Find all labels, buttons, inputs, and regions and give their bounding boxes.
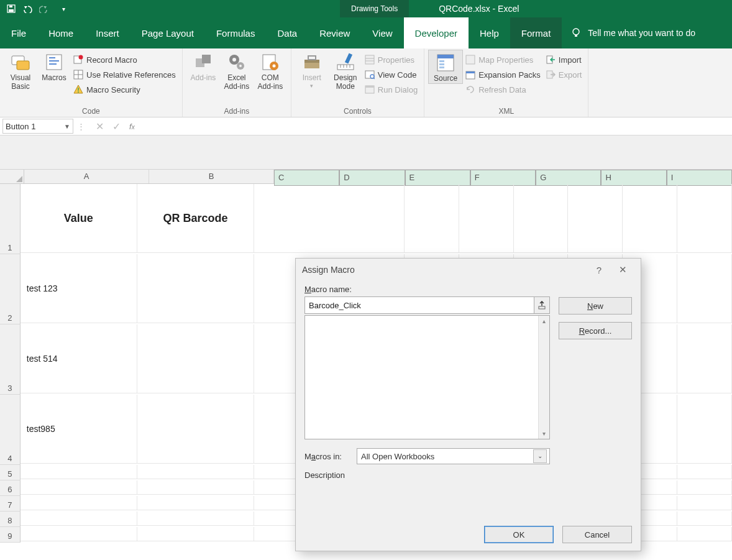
macro-listbox[interactable]: ▴ ▾	[304, 315, 550, 439]
save-button[interactable]	[3, 2, 19, 16]
help-button[interactable]: ?	[587, 265, 611, 275]
cell[interactable]	[137, 527, 254, 541]
close-button[interactable]: ✕	[611, 264, 634, 275]
macros-in-select[interactable]: All Open Workbooks ⌄	[357, 448, 550, 464]
row-header-8[interactable]: 8	[0, 512, 21, 527]
cell[interactable]	[137, 480, 254, 495]
cell[interactable]	[21, 527, 137, 541]
cell[interactable]: test985	[21, 395, 137, 464]
cancel-formula-button[interactable]: ✕	[96, 121, 104, 132]
cell[interactable]	[677, 465, 732, 479]
cancel-button[interactable]: Cancel	[562, 526, 632, 543]
design-mode-button[interactable]: Design Mode	[329, 50, 362, 91]
cell[interactable]: test 514	[21, 324, 137, 393]
cell[interactable]	[254, 184, 405, 253]
excel-addins-button[interactable]: Excel Add-ins	[220, 50, 254, 91]
import-button[interactable]: Import	[543, 52, 585, 67]
record-button[interactable]: Record...	[559, 322, 632, 339]
expansion-packs-button[interactable]: Expansion Packs	[463, 67, 543, 82]
svg-point-23	[239, 65, 242, 67]
svg-rect-4	[575, 35, 577, 37]
record-macro-button[interactable]: Record Macro	[71, 52, 178, 67]
cell[interactable]	[677, 324, 732, 393]
tab-view[interactable]: View	[361, 17, 403, 48]
ok-button[interactable]: OK	[484, 526, 554, 543]
macros-in-label: Macros in:	[304, 452, 350, 461]
new-button[interactable]: New	[559, 297, 632, 314]
cell[interactable]	[21, 465, 137, 479]
cell[interactable]	[677, 254, 732, 323]
blank-area	[0, 135, 732, 170]
cell[interactable]	[137, 496, 254, 510]
enter-formula-button[interactable]: ✓	[112, 121, 121, 132]
cell[interactable]	[137, 465, 254, 479]
row-header-7[interactable]: 7	[0, 496, 21, 512]
select-all-corner[interactable]	[0, 170, 24, 183]
column-header-A[interactable]: A	[24, 170, 149, 183]
cell[interactable]	[459, 184, 514, 253]
redo-button[interactable]	[38, 2, 54, 16]
macros-button[interactable]: Macros	[37, 50, 71, 83]
cell[interactable]: test 123	[21, 254, 137, 323]
cell[interactable]	[677, 496, 732, 510]
row-header-5[interactable]: 5	[0, 465, 21, 480]
cell[interactable]	[405, 184, 459, 253]
tab-page-layout[interactable]: Page Layout	[130, 17, 205, 48]
scroll-down-button[interactable]: ▾	[539, 428, 549, 439]
cell[interactable]	[677, 395, 732, 464]
fx-icon[interactable]: fx	[129, 122, 135, 131]
tab-insert[interactable]: Insert	[85, 17, 130, 48]
name-box[interactable]: Button 1 ▼	[2, 119, 73, 134]
cell[interactable]	[568, 184, 623, 253]
insert-control-button: Insert▾	[295, 50, 329, 89]
cell[interactable]	[514, 184, 569, 253]
cell[interactable]	[677, 480, 732, 495]
macro-name-input[interactable]	[304, 296, 534, 314]
formula-input[interactable]	[135, 119, 732, 133]
cell[interactable]	[137, 324, 254, 393]
cell[interactable]: Value	[21, 184, 137, 253]
view-code-button[interactable]: View Code	[362, 67, 420, 82]
row-header-2[interactable]: 2	[0, 254, 21, 324]
tab-data[interactable]: Data	[266, 17, 308, 48]
tab-formulas[interactable]: Formulas	[205, 17, 267, 48]
cell[interactable]	[21, 480, 137, 495]
tell-me-search[interactable]: Tell me what you want to do	[562, 17, 704, 48]
cell[interactable]	[677, 527, 732, 541]
tab-file[interactable]: File	[0, 17, 37, 48]
macro-security-button[interactable]: Macro Security	[71, 82, 178, 97]
tab-developer[interactable]: Developer	[404, 17, 469, 48]
cell[interactable]	[137, 512, 254, 526]
cell[interactable]	[137, 254, 254, 323]
range-picker-button[interactable]	[534, 296, 550, 314]
dialog-titlebar[interactable]: Assign Macro ? ✕	[296, 259, 641, 281]
row-header-1[interactable]: 1	[0, 184, 21, 254]
source-button[interactable]: Source	[428, 50, 463, 84]
row-header-3[interactable]: 3	[0, 324, 21, 395]
row-header-6[interactable]: 6	[0, 480, 21, 496]
cell[interactable]: QR Barcode	[137, 184, 254, 253]
column-header-B[interactable]: B	[149, 170, 274, 183]
qat-customize-button[interactable]: ▾	[55, 2, 71, 16]
com-addins-button[interactable]: COM Add-ins	[254, 50, 287, 91]
tab-help[interactable]: Help	[469, 17, 510, 48]
tab-home[interactable]: Home	[37, 17, 85, 48]
cell[interactable]	[137, 395, 254, 464]
use-relative-references-button[interactable]: Use Relative References	[71, 67, 178, 82]
cell[interactable]	[21, 512, 137, 526]
tab-format[interactable]: Format	[510, 17, 562, 48]
tab-review[interactable]: Review	[308, 17, 361, 48]
contextual-tab-label: Drawing Tools	[340, 0, 409, 17]
undo-button[interactable]	[21, 2, 37, 16]
row-header-9[interactable]: 9	[0, 527, 21, 543]
svg-point-21	[232, 58, 236, 62]
cell[interactable]	[677, 512, 732, 526]
row-header-4[interactable]: 4	[0, 395, 21, 465]
scrollbar[interactable]: ▴ ▾	[538, 316, 549, 439]
dialog-title: Assign Macro	[302, 265, 355, 275]
scroll-up-button[interactable]: ▴	[539, 316, 549, 326]
cell[interactable]	[21, 496, 137, 510]
cell[interactable]	[623, 184, 677, 253]
cell[interactable]	[677, 184, 732, 253]
visual-basic-button[interactable]: Visual Basic	[4, 50, 37, 91]
